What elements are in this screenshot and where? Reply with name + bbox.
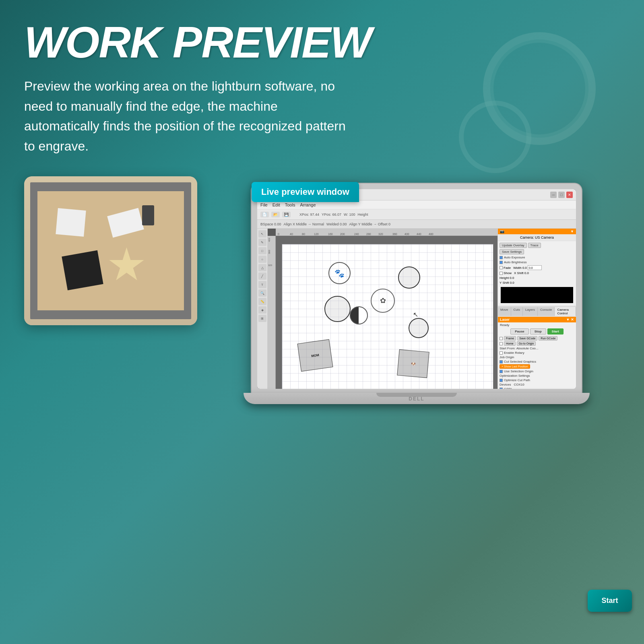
window-controls: ─ □ ✕ (550, 192, 573, 198)
page-title: WORK PREVIEW (24, 20, 620, 64)
tab-console[interactable]: Console (538, 307, 555, 316)
laser-options: Frame Save GCode Run GCode Home Go to Or… (498, 335, 576, 389)
tool-node[interactable]: ◈ (258, 306, 266, 314)
menu-tools[interactable]: Tools (285, 202, 295, 207)
shape-black-square (62, 250, 103, 290)
coord-x: XPos: 97.44 (299, 213, 319, 217)
grbl-checkbox[interactable] (500, 388, 503, 389)
laptop-base: DELL (244, 393, 590, 404)
cut-selected-row: Cut Selected Graphics (500, 360, 574, 363)
auto-brightness-checkbox[interactable] (500, 261, 503, 264)
go-origin-button[interactable]: Go to Origin (517, 341, 536, 346)
update-overlay-button[interactable]: Update Overlay (500, 243, 527, 248)
width-field: W: 100 (344, 213, 355, 217)
panel-tabs: Move Cuts Layers Console Camera Control (498, 307, 576, 316)
y-shift-label: Y Shift 0.0 (500, 281, 514, 285)
toolbar-open[interactable]: 📂 (271, 212, 280, 217)
menu-file[interactable]: File (260, 202, 268, 207)
run-gcode-button[interactable]: Run GCode (539, 336, 557, 341)
laser-machine-image (24, 176, 197, 325)
devices-value: COX10 (514, 383, 524, 386)
frame-checkbox[interactable] (500, 337, 503, 340)
laser-run-buttons: Pause Stop Start (498, 328, 576, 335)
toolbar-new[interactable]: 📄 (260, 212, 269, 217)
home-checkbox[interactable] (500, 342, 503, 345)
tab-move[interactable]: Move (498, 307, 511, 316)
menu-edit[interactable]: Edit (272, 202, 280, 207)
show-checkbox[interactable] (500, 272, 503, 275)
save-settings-button[interactable]: Save Settings (500, 249, 524, 254)
align-x-label: Align X Middle → Normal (284, 222, 324, 226)
maximize-button[interactable]: □ (558, 192, 565, 198)
canvas[interactable]: 🐾 ✿ MOM 🐶 (276, 236, 497, 389)
tool-rect[interactable]: □ (258, 247, 266, 254)
auto-exposure-checkbox[interactable] (500, 256, 503, 259)
ruler-320: 320 (378, 233, 383, 235)
ruler-240: 240 (354, 233, 359, 235)
show-last-position-button[interactable]: + Show Last Position (500, 364, 530, 369)
camera-btn-row2: Save Settings (500, 249, 574, 254)
tool-line[interactable]: ╱ (258, 272, 266, 280)
callout-label: Live preview window (252, 182, 359, 202)
stop-button[interactable]: Stop (530, 328, 546, 334)
ruler-360: 360 (392, 233, 397, 235)
laptop-container: Live preview window <untitled> * - Light… (213, 176, 620, 404)
camera-icon: 📷 (500, 229, 504, 233)
tool-poly[interactable]: △ (258, 264, 266, 271)
tool-grid[interactable]: ⊞ (258, 315, 266, 322)
tab-layers[interactable]: Layers (523, 307, 538, 316)
start-button[interactable]: Start (547, 328, 564, 334)
camera-preview-black (501, 287, 573, 303)
camera-section-expand[interactable]: ▼ (570, 229, 574, 233)
rail-bottom (30, 310, 191, 319)
optimize-cut-row: Optimize Cut Path (500, 378, 574, 382)
machine-frame (30, 182, 191, 319)
frame-button[interactable]: Frame (504, 336, 516, 341)
ruler-0: 0 (278, 233, 279, 235)
use-selection-checkbox[interactable] (500, 370, 503, 373)
fade-label: Fade (504, 266, 511, 270)
ruler-160: 160 (328, 233, 333, 235)
tool-cursor[interactable]: ↖ (258, 230, 266, 237)
save-gcode-button[interactable]: Save GCode (517, 336, 537, 341)
tool-measure[interactable]: 📏 (258, 298, 266, 305)
width-input[interactable] (528, 265, 542, 270)
camera-btn-row1: Update Overlay Trace (500, 243, 574, 248)
machine-start-button[interactable]: Start (588, 590, 632, 612)
ruler-120: 120 (314, 233, 319, 235)
main-content-area: Live preview window <untitled> * - Light… (24, 176, 620, 404)
product-photo (24, 176, 197, 325)
tab-cuts[interactable]: Cuts (511, 307, 523, 316)
grbl-label: GRBL (504, 387, 513, 389)
devices-row: Devices COX10 (500, 383, 574, 386)
trace-button[interactable]: Trace (528, 243, 541, 248)
fade-row: Fade Width 0.0 (500, 265, 574, 270)
cut-selected-checkbox[interactable] (500, 360, 503, 363)
laptop-screen-bezel: <untitled> * - LightBurn 1.1.04 ─ □ ✕ Fi… (252, 184, 582, 393)
tool-text[interactable]: T (258, 281, 266, 288)
laser-head (142, 205, 154, 225)
laser-status: Ready (498, 322, 576, 328)
tool-edit[interactable]: ✎ (258, 239, 266, 246)
minimize-button[interactable]: ─ (550, 192, 557, 198)
page-subtitle: Preview the working area on the lightbur… (24, 76, 354, 156)
ruler-horizontal: 0 40 80 120 160 200 240 280 320 360 (276, 229, 497, 236)
close-button[interactable]: ✕ (566, 192, 573, 198)
main-area: ↖ ✎ □ ○ △ ╱ T 🔍 📏 ◈ ⊞ (257, 229, 576, 389)
laser-expand-icon[interactable]: ▼ ✕ (566, 318, 574, 322)
tab-camera-control[interactable]: Camera Control (555, 307, 576, 316)
optimization-settings-row: Optimization Settings (500, 374, 574, 378)
design-circle-a (398, 266, 420, 289)
tool-zoom[interactable]: 🔍 (258, 289, 266, 297)
camera-controls: Update Overlay Trace Save Settings (498, 241, 576, 306)
enable-rotary-row: Enable Rotary (500, 351, 574, 355)
fade-checkbox[interactable] (500, 266, 503, 269)
tool-circle[interactable]: ○ (258, 256, 266, 263)
home-button[interactable]: Home (504, 341, 516, 346)
optimize-cut-checkbox[interactable] (500, 379, 503, 382)
design-circle-c (409, 318, 429, 338)
enable-rotary-checkbox[interactable] (500, 351, 503, 355)
toolbar-save[interactable]: 💾 (282, 212, 291, 217)
pause-button[interactable]: Pause (510, 328, 529, 334)
menu-arrange[interactable]: Arrange (300, 202, 316, 207)
